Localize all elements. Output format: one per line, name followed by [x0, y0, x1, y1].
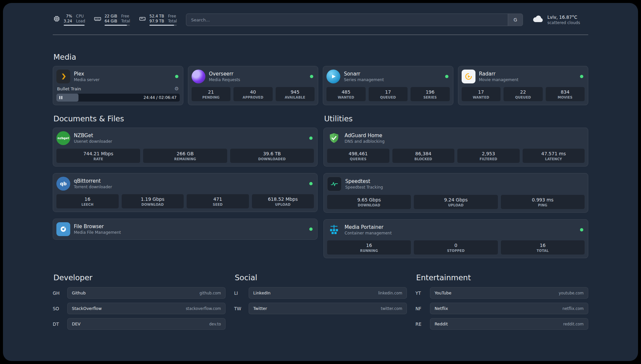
cloud-icon — [532, 14, 544, 25]
bookmark-name: LinkedIn — [253, 290, 270, 295]
bookmark-row: LI LinkedIn linkedin.com — [234, 287, 407, 299]
service-card-adguard: AdGuard Home DNS and adblocking 498,461 … — [323, 128, 588, 167]
sonarr-subtitle: Series management — [344, 77, 442, 82]
bookmark-row: SO StackOverflow stackoverflow.com — [53, 303, 226, 314]
bookmark-link-twitter[interactable]: Twitter twitter.com — [249, 303, 407, 314]
disk-total-label: Total — [168, 19, 177, 23]
stat-label: UPLOAD — [253, 203, 313, 206]
stat-label: WANTED — [328, 96, 364, 99]
nzbget-status-dot — [309, 136, 313, 140]
radarr-header[interactable]: Radarr Movie management — [462, 70, 585, 83]
stat-value: 17 — [463, 89, 500, 95]
stat-value: 498,461 — [328, 151, 388, 156]
adguard-icon — [327, 131, 341, 145]
filebrowser-name: File Browser — [74, 224, 306, 229]
bookmark-abbr: TW — [234, 306, 245, 311]
plex-header[interactable]: Plex Media server — [56, 70, 180, 83]
service-card-portainer: Media Portainer Container management 16 … — [323, 219, 588, 258]
bookmark-row: NF Netflix netflix.com — [415, 303, 588, 314]
bookmark-url: github.com — [199, 291, 221, 295]
portainer-subtitle: Container management — [345, 231, 576, 235]
overseerr-header[interactable]: Overseerr Media Requests — [192, 70, 315, 83]
search-input[interactable] — [186, 14, 508, 26]
bookmark-url: stackoverflow.com — [186, 306, 221, 311]
service-card-nzbget: nzbget NZBGet Usenet downloader 744.21 M… — [53, 128, 318, 167]
memory-widget: 22 GiB Free 64 GiB Total — [94, 14, 130, 26]
radarr-subtitle: Movie management — [479, 77, 577, 82]
bookmark-link-linkedin[interactable]: LinkedIn linkedin.com — [249, 287, 407, 299]
cpu-bar — [64, 25, 85, 26]
stat-box: 0 STOPPED — [414, 240, 498, 255]
service-card-radarr: Radarr Movie management 17 WANTED 22 QUE… — [458, 66, 589, 105]
bookmark-link-github[interactable]: Github github.com — [67, 287, 226, 299]
speedtest-subtitle: Speedtest Tracking — [345, 185, 585, 190]
weather-location: Lviv, 16.87°C — [547, 15, 580, 20]
portainer-header[interactable]: Media Portainer Container management — [327, 223, 585, 237]
section-title-documents: Documents & Files — [53, 114, 318, 123]
stat-box: 47.571 ms LATENCY — [523, 149, 585, 163]
plex-player-bar: 24:44 / 02:06:47 — [56, 94, 180, 102]
filebrowser-subtitle: Media File Management — [74, 230, 306, 235]
stat-label: UPLOAD — [415, 203, 496, 207]
service-card-speedtest: Speedtest Speedtest Tracking 9.65 Gbps D… — [323, 173, 588, 213]
adguard-subtitle: DNS and adblocking — [345, 139, 585, 144]
portainer-status-dot — [580, 228, 583, 231]
stat-label: SERIES — [412, 96, 448, 99]
qbittorrent-subtitle: Torrent downloader — [74, 185, 306, 189]
bookmark-link-reddit[interactable]: Reddit reddit.com — [430, 318, 588, 330]
service-card-plex: Plex Media server Bullet Train ⚙ 24:44 /… — [53, 66, 183, 105]
stat-box: 17 QUEUED — [369, 87, 408, 101]
gear-icon[interactable]: ⚙ — [174, 86, 179, 91]
stat-box: 744.21 Mbps RATE — [56, 149, 140, 163]
stat-box: 266 GB REMAINING — [143, 149, 227, 163]
bookmark-link-dev[interactable]: DEV dev.to — [67, 318, 226, 330]
filebrowser-header[interactable]: File Browser Media File Management — [56, 222, 314, 236]
radarr-name: Radarr — [479, 71, 577, 77]
stat-value: 9.24 Gbps — [415, 197, 496, 202]
bookmark-link-youtube[interactable]: YouTube youtube.com — [430, 287, 588, 299]
stat-label: QUEUED — [370, 96, 407, 99]
speedtest-header[interactable]: Speedtest Speedtest Tracking — [327, 177, 585, 191]
sonarr-status-dot — [445, 75, 448, 78]
sonarr-header[interactable]: Sonarr Series management — [326, 70, 450, 83]
bookmark-abbr: RE — [415, 321, 426, 327]
adguard-header[interactable]: AdGuard Home DNS and adblocking — [327, 131, 585, 145]
stat-box: 945 AVAILABLE — [276, 87, 315, 101]
stat-box: 39.6 TB DOWNLOADED — [230, 149, 314, 163]
bookmark-link-netflix[interactable]: Netflix netflix.com — [430, 303, 588, 314]
stat-value: 86,384 — [394, 151, 453, 156]
bookmark-group-developer: Developer GH Github github.com SO StackO… — [53, 273, 226, 334]
bookmark-abbr: NF — [415, 306, 426, 311]
plex-time: 24:44 / 02:06:47 — [143, 95, 176, 100]
stat-label: PENDING — [193, 96, 229, 99]
overseerr-status-dot — [310, 75, 313, 78]
stat-box: 498,461 QUERIES — [327, 149, 389, 163]
stat-label: MOVIES — [547, 96, 584, 99]
nzbget-header[interactable]: nzbget NZBGet Usenet downloader — [56, 131, 314, 145]
stat-label: LEECH — [58, 203, 117, 206]
service-card-overseerr: Overseerr Media Requests 21 PENDING 40 A… — [188, 66, 319, 105]
bookmark-row: DT DEV dev.to — [53, 318, 226, 330]
search-provider-button[interactable]: G — [508, 14, 523, 26]
disk-total: 97.9 TB — [149, 19, 164, 23]
stat-value: 0.993 ms — [502, 197, 583, 202]
bookmark-name: YouTube — [435, 290, 451, 295]
sonarr-name: Sonarr — [344, 71, 442, 77]
stat-label: REMAINING — [144, 157, 226, 161]
header-divider — [53, 35, 588, 35]
memory-bar — [105, 25, 130, 26]
plex-status-dot — [175, 75, 178, 78]
bookmark-url: twitter.com — [381, 306, 402, 311]
cpu-load: 3.24 — [64, 19, 72, 23]
overseerr-subtitle: Media Requests — [209, 77, 307, 82]
stat-box: 485 WANTED — [326, 87, 366, 101]
bookmark-title-developer: Developer — [53, 273, 226, 282]
qbittorrent-header[interactable]: qb qBittorrent Torrent downloader — [56, 177, 314, 191]
stat-box: 2,953 FILTERED — [457, 149, 520, 163]
bookmark-url: reddit.com — [563, 322, 584, 326]
pause-icon[interactable] — [59, 96, 62, 99]
stat-value: 39.6 TB — [231, 151, 313, 156]
bookmark-link-stackoverflow[interactable]: StackOverflow stackoverflow.com — [67, 303, 226, 314]
disk-free: 52.4 TB — [149, 14, 164, 18]
stat-label: DOWNLOAD — [123, 203, 183, 206]
